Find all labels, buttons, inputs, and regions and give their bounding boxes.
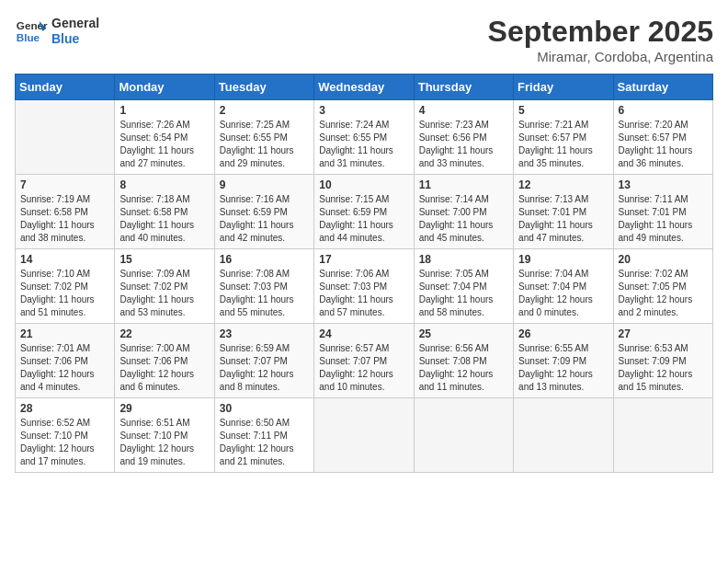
calendar-cell	[414, 398, 513, 473]
calendar-cell: 8Sunrise: 7:18 AM Sunset: 6:58 PM Daylig…	[115, 175, 214, 249]
day-number: 19	[518, 253, 608, 266]
calendar-cell	[16, 100, 115, 175]
day-info: Sunrise: 7:13 AM Sunset: 7:01 PM Dayligh…	[518, 193, 608, 245]
calendar-cell: 24Sunrise: 6:57 AM Sunset: 7:07 PM Dayli…	[314, 324, 414, 398]
day-number: 2	[220, 104, 309, 117]
day-info: Sunrise: 7:16 AM Sunset: 6:59 PM Dayligh…	[220, 193, 309, 245]
weekday-header: Thursday	[414, 75, 513, 100]
day-number: 29	[119, 402, 209, 415]
calendar-cell: 23Sunrise: 6:59 AM Sunset: 7:07 PM Dayli…	[214, 324, 313, 398]
day-info: Sunrise: 6:55 AM Sunset: 7:09 PM Dayligh…	[518, 342, 608, 394]
day-info: Sunrise: 7:09 AM Sunset: 7:02 PM Dayligh…	[119, 268, 209, 319]
calendar-cell: 27Sunrise: 6:53 AM Sunset: 7:09 PM Dayli…	[613, 324, 712, 398]
day-info: Sunrise: 7:15 AM Sunset: 6:59 PM Dayligh…	[319, 193, 408, 245]
calendar-cell: 13Sunrise: 7:11 AM Sunset: 7:01 PM Dayli…	[613, 175, 712, 249]
day-info: Sunrise: 7:04 AM Sunset: 7:04 PM Dayligh…	[518, 268, 608, 319]
day-number: 13	[619, 178, 708, 191]
day-number: 26	[518, 327, 608, 340]
calendar-cell: 15Sunrise: 7:09 AM Sunset: 7:02 PM Dayli…	[115, 249, 214, 324]
day-info: Sunrise: 6:50 AM Sunset: 7:11 PM Dayligh…	[220, 417, 309, 468]
calendar-cell: 18Sunrise: 7:05 AM Sunset: 7:04 PM Dayli…	[414, 249, 513, 324]
day-number: 20	[619, 253, 708, 266]
calendar-cell: 7Sunrise: 7:19 AM Sunset: 6:58 PM Daylig…	[16, 175, 115, 249]
day-number: 6	[619, 104, 708, 117]
weekday-header: Wednesday	[314, 75, 414, 100]
calendar-cell: 28Sunrise: 6:52 AM Sunset: 7:10 PM Dayli…	[16, 398, 115, 473]
calendar-cell: 9Sunrise: 7:16 AM Sunset: 6:59 PM Daylig…	[214, 175, 313, 249]
calendar-week-row: 14Sunrise: 7:10 AM Sunset: 7:02 PM Dayli…	[16, 249, 713, 324]
day-number: 21	[20, 327, 109, 340]
calendar-cell: 3Sunrise: 7:24 AM Sunset: 6:55 PM Daylig…	[314, 100, 414, 175]
day-info: Sunrise: 6:56 AM Sunset: 7:08 PM Dayligh…	[419, 342, 508, 394]
day-number: 7	[20, 178, 109, 191]
day-number: 24	[319, 327, 408, 340]
day-info: Sunrise: 7:20 AM Sunset: 6:57 PM Dayligh…	[619, 119, 708, 170]
day-info: Sunrise: 7:02 AM Sunset: 7:05 PM Dayligh…	[619, 268, 708, 319]
weekday-header: Tuesday	[214, 75, 313, 100]
weekday-header: Sunday	[16, 75, 115, 100]
location: Miramar, Cordoba, Argentina	[488, 49, 713, 64]
calendar-cell	[314, 398, 414, 473]
day-number: 18	[419, 253, 508, 266]
day-info: Sunrise: 7:10 AM Sunset: 7:02 PM Dayligh…	[20, 268, 109, 319]
day-number: 17	[319, 253, 408, 266]
page-header: General Blue General Blue September 2025…	[15, 15, 713, 64]
calendar-cell: 22Sunrise: 7:00 AM Sunset: 7:06 PM Dayli…	[115, 324, 214, 398]
day-number: 15	[119, 253, 209, 266]
day-number: 5	[518, 104, 608, 117]
calendar-cell: 1Sunrise: 7:26 AM Sunset: 6:54 PM Daylig…	[115, 100, 214, 175]
calendar-cell: 19Sunrise: 7:04 AM Sunset: 7:04 PM Dayli…	[514, 249, 613, 324]
calendar-cell: 30Sunrise: 6:50 AM Sunset: 7:11 PM Dayli…	[214, 398, 313, 473]
logo-blue: Blue	[51, 31, 99, 47]
weekday-header: Saturday	[613, 75, 712, 100]
day-info: Sunrise: 7:14 AM Sunset: 7:00 PM Dayligh…	[419, 193, 508, 245]
day-number: 30	[220, 402, 309, 415]
month-title: September 2025	[488, 15, 713, 49]
title-block: September 2025 Miramar, Cordoba, Argenti…	[488, 15, 713, 64]
calendar-cell: 21Sunrise: 7:01 AM Sunset: 7:06 PM Dayli…	[16, 324, 115, 398]
calendar-cell: 11Sunrise: 7:14 AM Sunset: 7:00 PM Dayli…	[414, 175, 513, 249]
calendar-cell: 17Sunrise: 7:06 AM Sunset: 7:03 PM Dayli…	[314, 249, 414, 324]
day-number: 1	[119, 104, 209, 117]
day-number: 22	[119, 327, 209, 340]
day-number: 12	[518, 178, 608, 191]
day-info: Sunrise: 7:18 AM Sunset: 6:58 PM Dayligh…	[119, 193, 209, 245]
day-info: Sunrise: 6:51 AM Sunset: 7:10 PM Dayligh…	[119, 417, 209, 468]
day-number: 8	[119, 178, 209, 191]
calendar-cell: 5Sunrise: 7:21 AM Sunset: 6:57 PM Daylig…	[514, 100, 613, 175]
calendar-cell: 10Sunrise: 7:15 AM Sunset: 6:59 PM Dayli…	[314, 175, 414, 249]
day-info: Sunrise: 6:59 AM Sunset: 7:07 PM Dayligh…	[220, 342, 309, 394]
calendar-cell: 4Sunrise: 7:23 AM Sunset: 6:56 PM Daylig…	[414, 100, 513, 175]
calendar-cell: 20Sunrise: 7:02 AM Sunset: 7:05 PM Dayli…	[613, 249, 712, 324]
calendar-week-row: 7Sunrise: 7:19 AM Sunset: 6:58 PM Daylig…	[16, 175, 713, 249]
calendar-cell	[514, 398, 613, 473]
calendar-week-row: 1Sunrise: 7:26 AM Sunset: 6:54 PM Daylig…	[16, 100, 713, 175]
calendar-week-row: 21Sunrise: 7:01 AM Sunset: 7:06 PM Dayli…	[16, 324, 713, 398]
day-number: 23	[220, 327, 309, 340]
calendar-cell: 25Sunrise: 6:56 AM Sunset: 7:08 PM Dayli…	[414, 324, 513, 398]
day-info: Sunrise: 7:21 AM Sunset: 6:57 PM Dayligh…	[518, 119, 608, 170]
day-info: Sunrise: 7:01 AM Sunset: 7:06 PM Dayligh…	[20, 342, 109, 394]
calendar-cell: 29Sunrise: 6:51 AM Sunset: 7:10 PM Dayli…	[115, 398, 214, 473]
calendar-cell: 26Sunrise: 6:55 AM Sunset: 7:09 PM Dayli…	[514, 324, 613, 398]
day-info: Sunrise: 7:11 AM Sunset: 7:01 PM Dayligh…	[619, 193, 708, 245]
day-number: 4	[419, 104, 508, 117]
weekday-header: Friday	[514, 75, 613, 100]
calendar-cell: 16Sunrise: 7:08 AM Sunset: 7:03 PM Dayli…	[214, 249, 313, 324]
day-number: 27	[619, 327, 708, 340]
day-info: Sunrise: 7:19 AM Sunset: 6:58 PM Dayligh…	[20, 193, 109, 245]
day-number: 14	[20, 253, 109, 266]
svg-text:Blue: Blue	[17, 31, 40, 43]
calendar-week-row: 28Sunrise: 6:52 AM Sunset: 7:10 PM Dayli…	[16, 398, 713, 473]
logo-icon: General Blue	[15, 15, 48, 48]
day-info: Sunrise: 7:06 AM Sunset: 7:03 PM Dayligh…	[319, 268, 408, 319]
day-number: 28	[20, 402, 109, 415]
day-number: 11	[419, 178, 508, 191]
day-info: Sunrise: 6:57 AM Sunset: 7:07 PM Dayligh…	[319, 342, 408, 394]
weekday-header: Monday	[115, 75, 214, 100]
day-number: 16	[220, 253, 309, 266]
day-info: Sunrise: 7:00 AM Sunset: 7:06 PM Dayligh…	[119, 342, 209, 394]
day-info: Sunrise: 6:53 AM Sunset: 7:09 PM Dayligh…	[619, 342, 708, 394]
logo-general: General	[51, 16, 99, 31]
calendar-cell: 6Sunrise: 7:20 AM Sunset: 6:57 PM Daylig…	[613, 100, 712, 175]
